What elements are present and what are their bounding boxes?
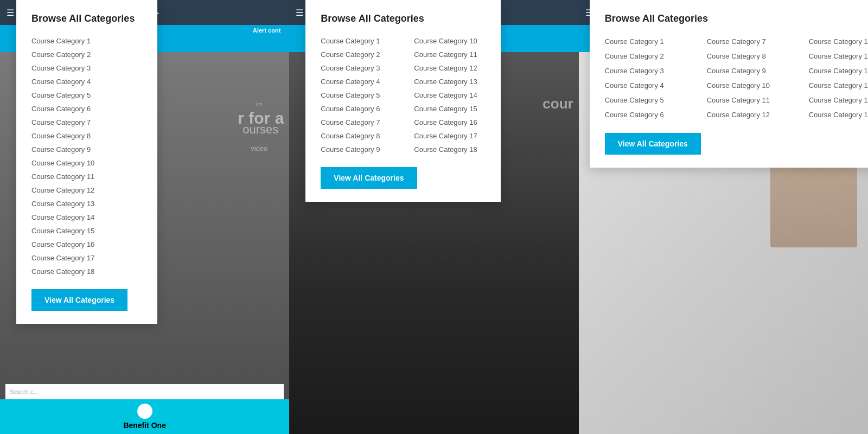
list-item[interactable]: Course Category 18 bbox=[31, 265, 142, 278]
panel-1: ☰ Categories ▾ 🌐 🐦 f G+ in ▶ int r for a… bbox=[0, 0, 289, 434]
list-item[interactable]: Course Category 7 bbox=[31, 116, 142, 129]
video-text: video bbox=[251, 144, 267, 152]
list-item[interactable]: Course Category 12 bbox=[414, 61, 486, 75]
list-item[interactable]: Course Category 15 bbox=[31, 224, 142, 238]
categories-col1-p3: Course Category 1 Course Category 2 Cour… bbox=[605, 34, 685, 122]
list-item[interactable]: Course Category 1 bbox=[31, 34, 142, 48]
categories-list-1: Course Category 1 Course Category 2 Cour… bbox=[31, 34, 142, 278]
view-all-button-1[interactable]: View All Categories bbox=[31, 289, 127, 311]
courses-bg-text: ourses bbox=[242, 123, 278, 137]
categories-dropdown-1: Browse All Categories Course Category 1 … bbox=[16, 0, 157, 324]
list-item[interactable]: Course Category 9 bbox=[31, 143, 142, 156]
list-item[interactable]: Course Category 9 bbox=[707, 63, 787, 78]
panel-2: ☰ Categories ▾ 🌐 🐦 f G+ in ▶ goes here c… bbox=[289, 0, 578, 434]
categories-col2-p3: Course Category 7 Course Category 8 Cour… bbox=[707, 34, 787, 122]
benefit-title-1: Benefit One bbox=[4, 421, 285, 430]
list-item[interactable]: Course Category 10 bbox=[707, 78, 787, 93]
list-item[interactable]: Course Category 2 bbox=[605, 49, 685, 63]
list-item[interactable]: Course Category 11 bbox=[31, 170, 142, 183]
list-item[interactable]: Course Category 13 bbox=[809, 34, 868, 49]
dropdown-title-1: Browse All Categories bbox=[31, 13, 142, 24]
list-item[interactable]: Course Category 11 bbox=[414, 48, 486, 61]
list-item[interactable]: Course Category 17 bbox=[809, 93, 868, 107]
list-item[interactable]: Course Category 8 bbox=[321, 129, 392, 143]
list-item[interactable]: Course Category 6 bbox=[605, 107, 685, 122]
categories-dropdown-3: Browse All Categories Course Category 1 … bbox=[590, 0, 868, 168]
list-item[interactable]: Course Category 9 bbox=[321, 143, 392, 156]
list-item[interactable]: Course Category 15 bbox=[414, 102, 486, 116]
list-item[interactable]: Course Category 1 bbox=[321, 34, 392, 48]
dropdown-title-3: Browse All Categories bbox=[605, 13, 868, 24]
list-item[interactable]: Course Category 6 bbox=[31, 102, 142, 116]
list-item[interactable]: Course Category 2 bbox=[321, 48, 392, 61]
list-item[interactable]: Course Category 2 bbox=[31, 48, 142, 61]
list-item[interactable]: Course Category 8 bbox=[31, 129, 142, 143]
list-item[interactable]: Course Category 14 bbox=[809, 49, 868, 63]
list-item[interactable]: Course Category 4 bbox=[605, 78, 685, 93]
list-item[interactable]: Course Category 7 bbox=[321, 116, 392, 129]
list-item[interactable]: Course Category 15 bbox=[809, 63, 868, 78]
list-item[interactable]: Course Category 16 bbox=[31, 238, 142, 251]
list-item[interactable]: Course Category 14 bbox=[31, 210, 142, 224]
list-item[interactable]: Course Category 13 bbox=[31, 197, 142, 210]
list-item[interactable]: Course Category 3 bbox=[321, 61, 392, 75]
list-item[interactable]: Course Category 7 bbox=[707, 34, 787, 49]
list-item[interactable]: Course Category 6 bbox=[321, 102, 392, 116]
categories-col1: Course Category 1 Course Category 2 Cour… bbox=[321, 34, 392, 156]
list-item[interactable]: Course Category 4 bbox=[321, 75, 392, 88]
list-item[interactable]: Course Category 14 bbox=[414, 88, 486, 102]
view-all-button-2[interactable]: View All Categories bbox=[321, 167, 417, 189]
categories-col3-p3: Course Category 13 Course Category 14 Co… bbox=[809, 34, 868, 122]
list-item[interactable]: Course Category 16 bbox=[414, 116, 486, 129]
list-item[interactable]: Course Category 3 bbox=[605, 63, 685, 78]
search-input-1[interactable]: Search c... bbox=[10, 388, 39, 395]
list-item[interactable]: Course Category 8 bbox=[707, 49, 787, 63]
categories-dropdown-2: Browse All Categories Course Category 1 … bbox=[305, 0, 501, 202]
list-item[interactable]: Course Category 5 bbox=[31, 88, 142, 102]
list-item[interactable]: Course Category 13 bbox=[414, 75, 486, 88]
list-item[interactable]: Course Category 10 bbox=[31, 156, 142, 170]
dropdown-title-2: Browse All Categories bbox=[321, 13, 486, 24]
list-item[interactable]: Course Category 17 bbox=[414, 129, 486, 143]
list-item[interactable]: Course Category 17 bbox=[31, 251, 142, 265]
list-item[interactable]: Course Category 5 bbox=[605, 93, 685, 107]
list-item[interactable]: Course Category 4 bbox=[31, 75, 142, 88]
categories-grid-3: Course Category 1 Course Category 2 Cour… bbox=[605, 34, 868, 122]
list-item[interactable]: Course Category 3 bbox=[31, 61, 142, 75]
cour-text: cour bbox=[542, 95, 573, 112]
view-all-button-3[interactable]: View All Categories bbox=[605, 133, 701, 155]
list-item[interactable]: Course Category 18 bbox=[414, 143, 486, 156]
list-item[interactable]: Course Category 18 bbox=[809, 107, 868, 122]
list-item[interactable]: Course Category 12 bbox=[707, 107, 787, 122]
list-item[interactable]: Course Category 1 bbox=[605, 34, 685, 49]
int-text: int bbox=[256, 101, 263, 107]
list-item[interactable]: Course Category 10 bbox=[414, 34, 486, 48]
list-item[interactable]: Course Category 16 bbox=[809, 78, 868, 93]
alert-text-1: Alert cont bbox=[250, 26, 284, 35]
list-item[interactable]: Course Category 12 bbox=[31, 183, 142, 197]
list-item[interactable]: Course Category 5 bbox=[321, 88, 392, 102]
categories-grid-2: Course Category 1 Course Category 2 Cour… bbox=[321, 34, 486, 156]
categories-col2: Course Category 10 Course Category 11 Co… bbox=[414, 34, 486, 156]
hamburger-icon-2[interactable]: ☰ bbox=[296, 8, 303, 18]
hamburger-icon[interactable]: ☰ bbox=[7, 8, 14, 18]
list-item[interactable]: Course Category 11 bbox=[707, 93, 787, 107]
panel-3: ☰ Categories ▾ 🌐 🐦 f G+ in ▶ 📷 n dolor s… bbox=[579, 0, 868, 434]
